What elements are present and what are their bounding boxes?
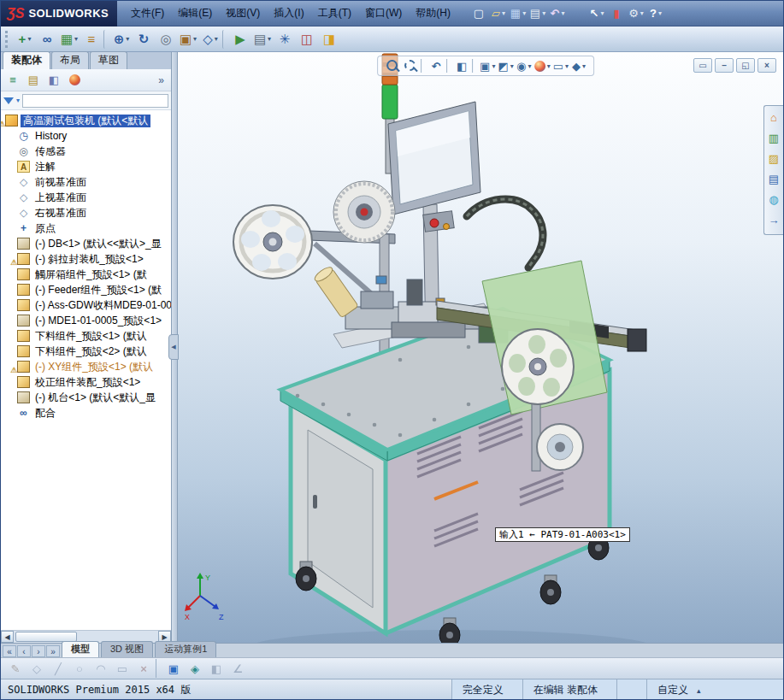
show-hidden-components-icon[interactable]: ◎ <box>156 29 176 50</box>
toolbar-separator[interactable] <box>103 30 109 49</box>
assembly-features-icon[interactable]: ▣ <box>178 29 198 50</box>
mate-icon[interactable]: ∞ <box>37 29 57 50</box>
save-icon[interactable]: ▦ <box>509 4 528 23</box>
doc-close-icon[interactable]: × <box>757 58 776 73</box>
new-motion-study-icon[interactable]: ▶ <box>230 29 251 50</box>
tree-item[interactable]: 校正组件装配_预設<1> <box>3 374 171 390</box>
panel-tab[interactable]: 装配体 <box>3 51 50 69</box>
tree-item[interactable]: (-) XY组件_预設<1> (默认 <box>3 359 171 374</box>
rectangle-icon[interactable]: ▭ <box>113 659 132 678</box>
tab-scroll-last-icon[interactable]: » <box>46 645 60 657</box>
circle-icon[interactable]: ○ <box>70 659 89 678</box>
section-tool-icon[interactable]: ◧ <box>207 659 226 678</box>
document-tab[interactable]: 运动算例1 <box>155 641 216 657</box>
doc-pin-icon[interactable]: ▭ <box>693 58 712 73</box>
tree-item[interactable]: 觸屏箱组件_预設<1> (默 <box>3 267 171 282</box>
section-view-icon[interactable]: ◧ <box>454 58 469 74</box>
exploded-view-icon[interactable]: ✳ <box>274 29 295 50</box>
model-annotation[interactable]: 输入1 ← PAT9-01-A003<1> <box>495 527 630 542</box>
evaluate-icon[interactable]: ◈ <box>186 659 204 678</box>
filter-caret-icon[interactable]: ▾ <box>16 97 20 104</box>
zoom-fit-icon[interactable] <box>385 58 400 74</box>
arc-icon[interactable]: ◠ <box>91 659 110 678</box>
isolate-icon[interactable]: ▣ <box>164 659 183 678</box>
smart-dimension-icon[interactable]: ◇ <box>27 659 46 678</box>
scroll-left-icon[interactable]: ◀ <box>1 631 14 643</box>
tree-item[interactable]: (-) 斜拉封装机_预設<1> <box>3 251 171 267</box>
hud-separator[interactable] <box>446 59 451 73</box>
tree-item[interactable]: (-) Feeder组件_预設<1> (默 <box>3 282 171 297</box>
smart-fasteners-icon[interactable]: ≡ <box>81 29 102 50</box>
solidworks-resources-icon[interactable]: ⌂ <box>765 109 782 126</box>
edit-appearance-icon[interactable] <box>534 58 551 74</box>
toolbar-separator[interactable] <box>156 659 162 678</box>
move-component-icon[interactable]: ⊕ <box>111 29 132 50</box>
new-document-icon[interactable]: ▢ <box>469 4 488 23</box>
tree-item[interactable]: 下料组件_预設<1> (默认 <box>3 328 171 344</box>
tree-item[interactable]: + 原点 <box>3 221 171 236</box>
menu-item[interactable]: 编辑(E) <box>171 4 219 22</box>
select-cursor-icon[interactable]: ↖ <box>587 4 606 23</box>
doc-restore-icon[interactable]: ◱ <box>736 58 755 73</box>
toolbar-separator[interactable] <box>568 4 587 23</box>
configurationmanager-tab-icon[interactable]: ◧ <box>45 72 62 89</box>
bill-of-materials-icon[interactable]: ▤ <box>252 29 273 50</box>
panel-tab[interactable]: 草图 <box>90 51 127 69</box>
display-style-icon[interactable]: ◩ <box>498 58 513 74</box>
open-icon[interactable]: ▱ <box>489 4 508 23</box>
design-library-icon[interactable]: ▥ <box>765 129 782 147</box>
hud-separator[interactable] <box>472 59 477 73</box>
tab-scroll-next-icon[interactable]: › <box>32 645 45 657</box>
tree-item[interactable]: ∞ 配合 <box>3 405 171 421</box>
appearances-scenes-icon[interactable]: ◍ <box>765 191 782 209</box>
tree-item[interactable]: (-) Ass-GDW收料MDE9-01-000 <box>3 297 171 313</box>
hud-separator[interactable] <box>421 59 426 73</box>
interference-detection-icon[interactable]: ◫ <box>297 29 317 50</box>
filter-funnel-icon[interactable] <box>3 97 14 104</box>
tree-item[interactable]: ◎ 传感器 <box>3 144 171 159</box>
tree-item[interactable]: ◇ 前视基准面 <box>3 174 171 190</box>
line-icon[interactable]: ╱ <box>49 659 68 678</box>
print-icon[interactable]: ▤ <box>528 4 547 23</box>
status-caret-icon[interactable]: ▴ <box>697 686 701 695</box>
insert-components-icon[interactable]: + <box>15 29 35 50</box>
view-palette-icon[interactable]: ▤ <box>765 170 782 188</box>
tab-scroll-prev-icon[interactable]: ‹ <box>17 645 31 657</box>
instant3d-icon[interactable]: ◨ <box>319 29 339 50</box>
document-tab[interactable]: 模型 <box>62 641 99 657</box>
rotate-component-icon[interactable]: ↻ <box>133 29 154 50</box>
menu-item[interactable]: 视图(V) <box>219 4 267 22</box>
rebuild-icon[interactable]: ▮ <box>607 4 626 23</box>
document-tab[interactable]: 3D 视图 <box>101 641 153 657</box>
toolbar-separator[interactable] <box>222 30 228 49</box>
displaymanager-tab-icon[interactable] <box>66 72 83 89</box>
panel-expand-chevron-icon[interactable]: » <box>158 74 168 86</box>
doc-minimize-icon[interactable]: – <box>715 58 734 73</box>
panel-collapse-handle[interactable]: ◀ <box>168 334 179 360</box>
panel-tab[interactable]: 布局 <box>51 51 89 69</box>
tree-item[interactable]: 高温测试包装机 (默认<默认 <box>3 113 171 128</box>
view-orientation-icon[interactable]: ▣ <box>480 58 495 74</box>
reference-geometry-icon[interactable]: ◇ <box>200 29 221 50</box>
tree-item[interactable]: (-) DB<1> (默认<<默认>_显 <box>3 236 171 251</box>
assembly-model[interactable] <box>178 52 784 643</box>
custom-properties-icon[interactable]: → <box>765 211 782 229</box>
propertymanager-tab-icon[interactable]: ▤ <box>25 72 42 89</box>
options-gear-icon[interactable]: ⚙ <box>627 4 645 23</box>
undo-icon[interactable]: ↶ <box>548 4 567 23</box>
view-settings-icon[interactable]: ◆ <box>571 58 587 74</box>
graphics-viewport[interactable]: ↶◧▣◩◉▭◆ ▭–◱× 输入1 ← PAT9-01-A003<1> Y X Z <box>178 52 784 643</box>
tree-item[interactable]: 下料组件_预設<2> (默认 <box>3 344 171 359</box>
file-explorer-icon[interactable]: ▨ <box>765 150 782 168</box>
tree-filter-input[interactable] <box>22 94 168 108</box>
menu-item[interactable]: 文件(F) <box>124 4 171 22</box>
featuremanager-tab-icon[interactable]: ≡ <box>4 72 21 89</box>
sketch-icon[interactable]: ✎ <box>6 659 25 678</box>
toolbar-grip[interactable] <box>5 31 9 48</box>
trim-entities-icon[interactable]: × <box>134 659 153 678</box>
tree-item[interactable]: ◇ 右视基准面 <box>3 205 171 221</box>
menu-item[interactable]: 帮助(H) <box>409 4 457 22</box>
menu-item[interactable]: 插入(I) <box>267 4 310 22</box>
tree-item[interactable]: ◇ 上视基准面 <box>3 190 171 205</box>
measure-icon[interactable]: ∠ <box>228 659 247 678</box>
